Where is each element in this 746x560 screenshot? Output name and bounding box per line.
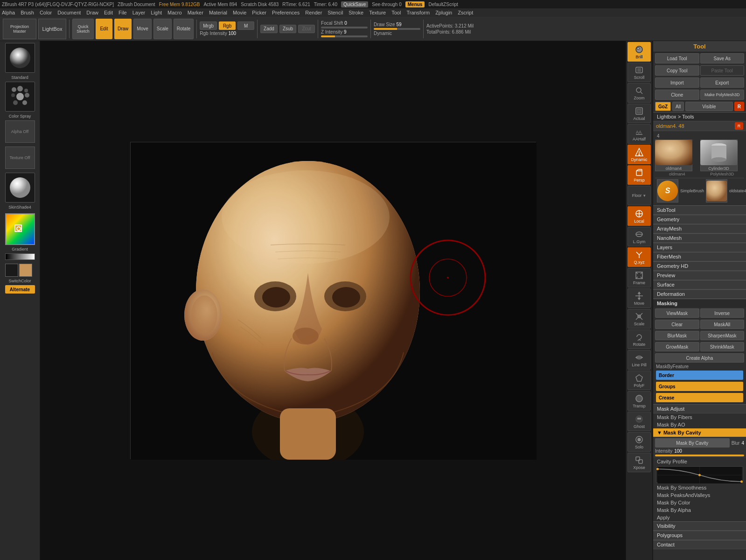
draw-size-slider[interactable] xyxy=(374,28,420,30)
crease-btn[interactable]: Crease xyxy=(656,393,743,402)
icon-btn-dynamic[interactable]: Dynamic xyxy=(627,145,651,164)
menu-color[interactable]: Color xyxy=(40,10,52,15)
icon-btn-ghost[interactable]: Ghost xyxy=(627,412,651,431)
menu-zscript[interactable]: Zscript xyxy=(458,10,473,15)
import-btn[interactable]: Import xyxy=(655,77,699,88)
save-as-btn[interactable]: Save As xyxy=(700,53,745,63)
quicksave-btn[interactable]: QuickSave xyxy=(341,1,368,7)
paste-tool-btn[interactable]: Paste Tool xyxy=(700,65,745,76)
visibility-section[interactable]: Visibility xyxy=(653,521,746,531)
clone-btn[interactable]: Clone xyxy=(655,90,699,100)
tool-thumb-cylinder3d[interactable]: Cylinder3D xyxy=(700,140,738,171)
menu-file[interactable]: File xyxy=(119,10,127,15)
mrgb-btn[interactable]: Mrgb xyxy=(200,21,217,30)
menu-edit[interactable]: Edit xyxy=(104,10,113,15)
icon-btn-scroll[interactable]: Scroll xyxy=(627,63,651,82)
icon-btn-actual[interactable]: Actual xyxy=(627,104,651,123)
menu-texture[interactable]: Texture xyxy=(369,10,386,15)
layers-section[interactable]: Layers xyxy=(653,243,746,252)
menu-stencil[interactable]: Stencil xyxy=(328,10,343,15)
goz-btn[interactable]: GoZ xyxy=(655,102,671,111)
m-btn[interactable]: M xyxy=(237,21,254,30)
lightbox-tools-header[interactable]: Lightbox > Tools xyxy=(653,112,746,121)
icon-btn-zoom[interactable]: Zoom xyxy=(627,83,651,103)
icon-btn-move[interactable]: Move xyxy=(627,288,651,308)
viewmask-btn[interactable]: ViewMask xyxy=(655,308,699,318)
focal-shift-slider[interactable] xyxy=(321,27,368,28)
color-picker[interactable] xyxy=(5,213,35,245)
gradient-preview[interactable] xyxy=(5,253,35,260)
scale-btn[interactable]: Scale xyxy=(153,19,172,39)
load-tool-btn[interactable]: Load Tool xyxy=(655,53,699,63)
icon-btn-scale[interactable]: Scale xyxy=(627,309,651,329)
all-btn[interactable]: All xyxy=(672,102,684,111)
mask-by-alpha-item[interactable]: Mask By Alpha xyxy=(653,506,746,514)
r-badge2[interactable]: R xyxy=(735,122,743,130)
mask-by-color-item[interactable]: Mask By Color xyxy=(653,499,746,506)
surface-section[interactable]: Surface xyxy=(653,280,746,289)
inverse-btn[interactable]: Inverse xyxy=(700,308,745,318)
icon-btn-solo[interactable]: Solo xyxy=(627,432,651,452)
subtool-section[interactable]: SubTool xyxy=(653,205,746,215)
mask-by-smoothness-item[interactable]: Mask By Smoothness xyxy=(653,484,746,491)
blurmask-btn[interactable]: BlurMask xyxy=(655,331,699,340)
rgb-btn[interactable]: Rgb xyxy=(219,21,236,30)
apply-item[interactable]: Apply xyxy=(653,514,746,521)
icon-btn-aahalf[interactable]: AA AAHalf xyxy=(627,124,651,144)
icon-btn-rotate[interactable]: Rotate xyxy=(627,329,651,349)
menu-movie[interactable]: Movie xyxy=(233,10,246,15)
arraymesh-section[interactable]: ArrayMesh xyxy=(653,224,746,233)
icon-btn-linepill[interactable]: Line Pill xyxy=(627,350,651,370)
zadd-btn[interactable]: Zadd xyxy=(260,25,278,33)
geometry-hd-section[interactable]: Geometry HD xyxy=(653,261,746,271)
alternate-btn[interactable]: Alternate xyxy=(5,285,35,294)
tool-thumb-old4[interactable] xyxy=(706,179,727,203)
icon-btn-floor[interactable]: Floor ▼ xyxy=(627,186,651,205)
icon-btn-transp[interactable]: Transp xyxy=(627,391,651,411)
polygroups-section[interactable]: Polygroups xyxy=(653,531,746,540)
icon-btn-brill[interactable]: Brill xyxy=(627,42,651,62)
menu-brush[interactable]: Brush xyxy=(21,10,34,15)
nanomesh-section[interactable]: NanoMesh xyxy=(653,233,746,243)
edit-btn[interactable]: Edit xyxy=(96,19,112,39)
create-alpha-btn[interactable]: Create Alpha xyxy=(655,353,744,363)
preview-section[interactable]: Preview xyxy=(653,271,746,280)
draw-btn[interactable]: Draw xyxy=(114,19,132,39)
by-cavity-header[interactable]: ▼ Mask By Cavity xyxy=(653,428,746,437)
menu-macro[interactable]: Macro xyxy=(167,10,182,15)
geometry-section[interactable]: Geometry xyxy=(653,215,746,224)
sharpenmask-btn[interactable]: SharpenMask xyxy=(700,331,745,340)
zcut-btn[interactable]: Zcut xyxy=(298,25,315,33)
primary-color-swatch[interactable] xyxy=(5,264,18,277)
cavity-profile-curve[interactable] xyxy=(656,466,743,483)
rotate-btn[interactable]: Rotate xyxy=(174,19,194,39)
icon-btn-persp[interactable]: Persp xyxy=(627,165,651,185)
cavity-profile-item[interactable]: Cavity Profile xyxy=(653,458,746,465)
lightbox-btn[interactable]: LightBox xyxy=(38,19,66,39)
viewport-container[interactable] xyxy=(130,142,536,459)
mask-by-cavity-btn[interactable]: Mask By Cavity xyxy=(655,438,730,448)
switch-color-btn[interactable]: SwitchColor xyxy=(5,279,35,283)
icon-btn-lgym[interactable]: L.Gym xyxy=(627,227,651,246)
fibermesh-section[interactable]: FiberMesh xyxy=(653,252,746,261)
move-btn[interactable]: Move xyxy=(133,19,151,39)
menu-preferences[interactable]: Preferences xyxy=(272,10,300,15)
menu-stroke[interactable]: Stroke xyxy=(349,10,363,15)
icon-btn-frame[interactable]: Frame xyxy=(627,268,651,287)
quicksketch-btn[interactable]: QuickSketch xyxy=(72,19,94,39)
menu-layer[interactable]: Layer xyxy=(132,10,146,15)
tool-thumb-simple[interactable]: S xyxy=(657,179,678,203)
mask-by-ao-item[interactable]: Mask By AO xyxy=(653,421,746,428)
intensity-slider[interactable] xyxy=(655,455,744,456)
menu-draw[interactable]: Draw xyxy=(86,10,98,15)
copy-tool-btn[interactable]: Copy Tool xyxy=(655,65,699,76)
menu-render[interactable]: Render xyxy=(305,10,322,15)
visible-btn[interactable]: Visible xyxy=(685,102,733,111)
material-thumb[interactable] xyxy=(5,173,35,203)
export-btn[interactable]: Export xyxy=(700,77,745,88)
maskall-btn[interactable]: MaskAll xyxy=(700,320,745,329)
icon-btn-polyf[interactable]: PolyF xyxy=(627,371,651,390)
texture-display[interactable]: Texture Off xyxy=(5,147,35,169)
menu-transform[interactable]: Transform xyxy=(406,10,430,15)
mask-by-fibers-item[interactable]: Mask By Fibers xyxy=(653,413,746,421)
